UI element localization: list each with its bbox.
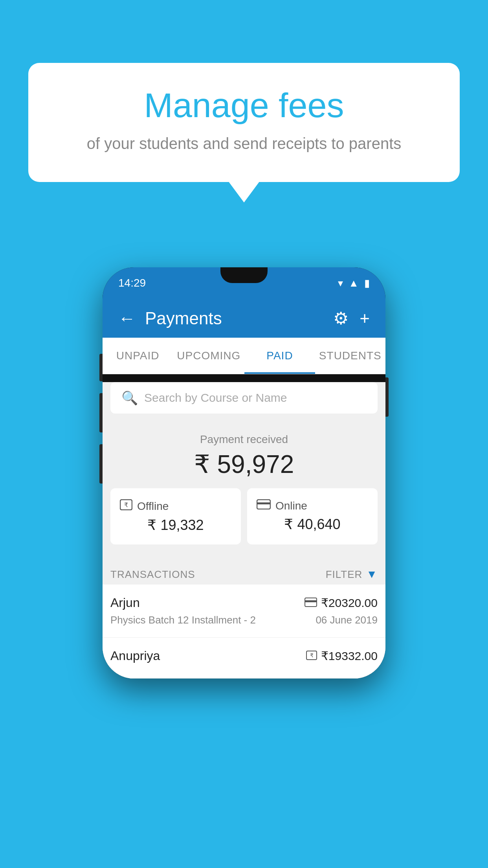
tab-upcoming[interactable]: UPCOMING [173, 338, 244, 374]
card-payment-icon [305, 596, 317, 610]
wifi-icon: ▾ [338, 277, 343, 289]
phone-frame: 14:29 ▾ ▲ ▮ ← Payments ⚙ + UNPAID UPCOMI… [103, 267, 385, 679]
payment-total-amount: ₹ 59,972 [110, 450, 378, 479]
transactions-label: TRANSACTIONS [110, 568, 195, 581]
app-body: 🔍 Search by Course or Name Payment recei… [103, 382, 385, 679]
svg-text:₹: ₹ [310, 652, 313, 658]
payment-received-label: Payment received [110, 433, 378, 446]
online-payment-icon [257, 499, 271, 512]
transaction-detail: Physics Batch 12 Installment - 2 [110, 614, 256, 626]
tab-paid[interactable]: PAID [244, 338, 315, 374]
filter-icon: ▼ [366, 568, 378, 581]
speech-bubble-subtitle: of your students and send receipts to pa… [52, 132, 436, 154]
tab-unpaid[interactable]: UNPAID [103, 338, 173, 374]
offline-card-header: ₹ Offline [120, 499, 231, 513]
transaction-amount: ₹20320.00 [305, 596, 378, 610]
back-button[interactable]: ← [118, 309, 136, 328]
payment-received-section: Payment received ₹ 59,972 ₹ [103, 421, 385, 560]
offline-card: ₹ Offline ₹ 19,332 [110, 488, 241, 544]
header-right: ⚙ + [333, 308, 370, 328]
settings-icon[interactable]: ⚙ [333, 308, 349, 328]
header-left: ← Payments [118, 309, 222, 328]
transaction-date: 06 June 2019 [316, 614, 378, 626]
speech-bubble: Manage fees of your students and send re… [28, 63, 460, 182]
search-icon: 🔍 [121, 390, 138, 406]
volume-up-button [99, 354, 103, 381]
table-row[interactable]: Arjun ₹20320.00 Physics Batch 12 Install… [103, 585, 385, 638]
online-label: Online [275, 500, 307, 512]
speech-bubble-title: Manage fees [52, 86, 436, 125]
search-input[interactable]: Search by Course or Name [144, 391, 287, 405]
offline-label: Offline [137, 500, 169, 513]
svg-rect-5 [305, 600, 317, 602]
power-button [385, 377, 389, 417]
filter-button[interactable]: FILTER ▼ [326, 568, 378, 581]
battery-icon: ▮ [364, 277, 370, 289]
silent-button [99, 444, 103, 484]
table-row[interactable]: Anupriya ₹ ₹19332.00 [103, 638, 385, 679]
volume-down-button [99, 393, 103, 432]
offline-payment-icon: ₹ [306, 649, 317, 663]
tabs-bar: UNPAID UPCOMING PAID STUDENTS [103, 338, 385, 374]
transaction-top-row: Anupriya ₹ ₹19332.00 [110, 649, 378, 663]
transaction-name: Arjun [110, 596, 140, 610]
transaction-bottom-row: Physics Batch 12 Installment - 2 06 June… [110, 614, 378, 626]
phone-wrapper: 14:29 ▾ ▲ ▮ ← Payments ⚙ + UNPAID UPCOMI… [103, 267, 385, 679]
svg-rect-3 [257, 502, 270, 504]
status-bar: 14:29 ▾ ▲ ▮ [103, 267, 385, 299]
payment-cards: ₹ Offline ₹ 19,332 [110, 488, 378, 552]
phone-notch [220, 267, 268, 283]
status-icons: ▾ ▲ ▮ [338, 277, 370, 289]
add-icon[interactable]: + [360, 309, 370, 328]
transactions-header: TRANSACTIONS FILTER ▼ [103, 560, 385, 585]
search-bar[interactable]: 🔍 Search by Course or Name [110, 382, 378, 414]
svg-text:₹: ₹ [124, 502, 128, 508]
signal-icon: ▲ [349, 277, 359, 289]
online-card: Online ₹ 40,640 [247, 488, 378, 544]
app-header: ← Payments ⚙ + [103, 299, 385, 338]
filter-label: FILTER [326, 568, 363, 581]
online-card-header: Online [257, 499, 368, 512]
offline-payment-icon: ₹ [120, 499, 132, 513]
page-title: Payments [145, 309, 222, 328]
offline-amount: ₹ 19,332 [120, 517, 231, 533]
transaction-name: Anupriya [110, 649, 160, 663]
transaction-amount: ₹ ₹19332.00 [306, 649, 378, 663]
time-display: 14:29 [118, 277, 146, 289]
online-amount: ₹ 40,640 [257, 516, 368, 533]
transaction-top-row: Arjun ₹20320.00 [110, 596, 378, 610]
tab-students[interactable]: STUDENTS [315, 338, 385, 374]
